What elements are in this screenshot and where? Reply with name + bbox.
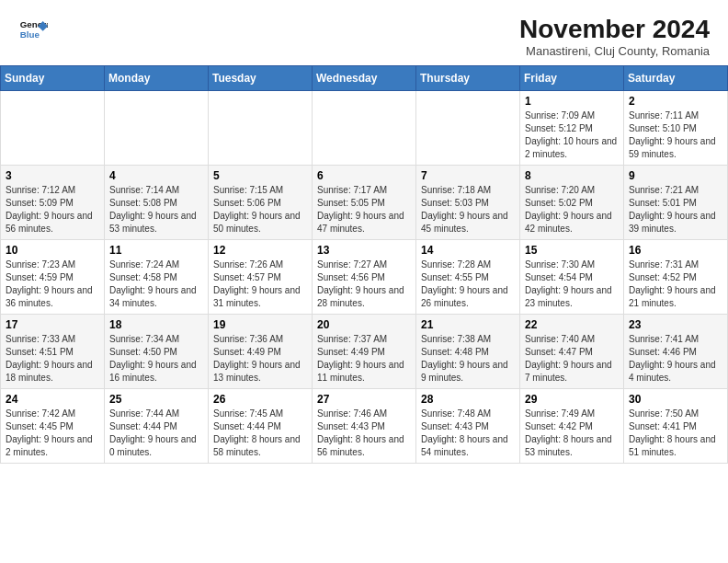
calendar-cell: 30Sunrise: 7:50 AM Sunset: 4:41 PM Dayli… xyxy=(624,389,728,464)
day-info: Sunrise: 7:24 AM Sunset: 4:58 PM Dayligh… xyxy=(109,259,203,310)
calendar-cell xyxy=(209,91,313,166)
day-number: 3 xyxy=(6,169,99,182)
day-number: 28 xyxy=(421,393,515,406)
calendar-cell: 3Sunrise: 7:12 AM Sunset: 5:09 PM Daylig… xyxy=(1,166,105,240)
day-info: Sunrise: 7:38 AM Sunset: 4:48 PM Dayligh… xyxy=(421,333,515,385)
day-number: 2 xyxy=(629,95,722,108)
day-info: Sunrise: 7:30 AM Sunset: 4:54 PM Dayligh… xyxy=(525,259,619,310)
day-info: Sunrise: 7:20 AM Sunset: 5:02 PM Dayligh… xyxy=(525,184,619,236)
day-info: Sunrise: 7:42 AM Sunset: 4:45 PM Dayligh… xyxy=(6,408,99,459)
day-number: 25 xyxy=(109,393,203,406)
day-info: Sunrise: 7:09 AM Sunset: 5:12 PM Dayligh… xyxy=(525,109,619,161)
calendar-cell: 17Sunrise: 7:33 AM Sunset: 4:51 PM Dayli… xyxy=(1,315,105,389)
day-number: 11 xyxy=(109,244,203,257)
day-info: Sunrise: 7:15 AM Sunset: 5:06 PM Dayligh… xyxy=(213,184,307,236)
calendar-cell xyxy=(1,91,105,166)
day-number: 20 xyxy=(317,318,411,331)
day-info: Sunrise: 7:26 AM Sunset: 4:57 PM Dayligh… xyxy=(213,259,307,310)
calendar-cell: 2Sunrise: 7:11 AM Sunset: 5:10 PM Daylig… xyxy=(624,91,728,166)
calendar-cell: 24Sunrise: 7:42 AM Sunset: 4:45 PM Dayli… xyxy=(1,389,105,464)
day-number: 17 xyxy=(6,318,99,331)
calendar-cell: 23Sunrise: 7:41 AM Sunset: 4:46 PM Dayli… xyxy=(624,315,728,389)
weekday-header: Wednesday xyxy=(313,66,416,91)
day-number: 18 xyxy=(109,318,203,331)
day-info: Sunrise: 7:46 AM Sunset: 4:43 PM Dayligh… xyxy=(317,408,411,459)
day-number: 7 xyxy=(421,169,515,182)
calendar-week-row: 3Sunrise: 7:12 AM Sunset: 5:09 PM Daylig… xyxy=(1,166,728,240)
day-number: 9 xyxy=(629,169,722,182)
calendar-cell: 12Sunrise: 7:26 AM Sunset: 4:57 PM Dayli… xyxy=(209,240,313,315)
day-number: 14 xyxy=(421,244,515,257)
calendar-week-row: 24Sunrise: 7:42 AM Sunset: 4:45 PM Dayli… xyxy=(1,389,728,464)
calendar-cell: 27Sunrise: 7:46 AM Sunset: 4:43 PM Dayli… xyxy=(313,389,416,464)
day-number: 8 xyxy=(525,169,619,182)
calendar-week-row: 10Sunrise: 7:23 AM Sunset: 4:59 PM Dayli… xyxy=(1,240,728,315)
day-number: 12 xyxy=(213,244,307,257)
day-number: 27 xyxy=(317,393,411,406)
day-info: Sunrise: 7:34 AM Sunset: 4:50 PM Dayligh… xyxy=(109,333,203,385)
calendar-cell: 14Sunrise: 7:28 AM Sunset: 4:55 PM Dayli… xyxy=(416,240,520,315)
day-number: 10 xyxy=(6,244,99,257)
calendar-cell: 26Sunrise: 7:45 AM Sunset: 4:44 PM Dayli… xyxy=(209,389,313,464)
calendar-cell: 16Sunrise: 7:31 AM Sunset: 4:52 PM Dayli… xyxy=(624,240,728,315)
day-info: Sunrise: 7:21 AM Sunset: 5:01 PM Dayligh… xyxy=(629,184,722,236)
day-info: Sunrise: 7:37 AM Sunset: 4:49 PM Dayligh… xyxy=(317,333,411,385)
calendar-cell: 18Sunrise: 7:34 AM Sunset: 4:50 PM Dayli… xyxy=(105,315,209,389)
weekday-header: Sunday xyxy=(1,66,105,91)
day-number: 29 xyxy=(525,393,619,406)
weekday-header: Saturday xyxy=(624,66,728,91)
day-info: Sunrise: 7:41 AM Sunset: 4:46 PM Dayligh… xyxy=(629,333,722,385)
day-number: 22 xyxy=(525,318,619,331)
day-number: 21 xyxy=(421,318,515,331)
day-number: 30 xyxy=(629,393,722,406)
calendar-cell: 20Sunrise: 7:37 AM Sunset: 4:49 PM Dayli… xyxy=(313,315,416,389)
day-number: 16 xyxy=(629,244,722,257)
day-info: Sunrise: 7:11 AM Sunset: 5:10 PM Dayligh… xyxy=(629,109,722,161)
calendar-cell xyxy=(416,91,520,166)
calendar-week-row: 1Sunrise: 7:09 AM Sunset: 5:12 PM Daylig… xyxy=(1,91,728,166)
day-info: Sunrise: 7:45 AM Sunset: 4:44 PM Dayligh… xyxy=(213,408,307,459)
day-info: Sunrise: 7:33 AM Sunset: 4:51 PM Dayligh… xyxy=(6,333,99,385)
svg-text:Blue: Blue xyxy=(20,29,40,40)
day-info: Sunrise: 7:49 AM Sunset: 4:42 PM Dayligh… xyxy=(525,408,619,459)
day-number: 1 xyxy=(525,95,619,108)
calendar-cell: 29Sunrise: 7:49 AM Sunset: 4:42 PM Dayli… xyxy=(520,389,624,464)
weekday-header-row: SundayMondayTuesdayWednesdayThursdayFrid… xyxy=(1,66,728,91)
calendar-table: SundayMondayTuesdayWednesdayThursdayFrid… xyxy=(0,65,728,464)
day-info: Sunrise: 7:27 AM Sunset: 4:56 PM Dayligh… xyxy=(317,259,411,310)
day-number: 19 xyxy=(213,318,307,331)
calendar-cell: 21Sunrise: 7:38 AM Sunset: 4:48 PM Dayli… xyxy=(416,315,520,389)
day-number: 26 xyxy=(213,393,307,406)
calendar-cell: 25Sunrise: 7:44 AM Sunset: 4:44 PM Dayli… xyxy=(105,389,209,464)
day-info: Sunrise: 7:36 AM Sunset: 4:49 PM Dayligh… xyxy=(213,333,307,385)
weekday-header: Tuesday xyxy=(209,66,313,91)
calendar-cell: 4Sunrise: 7:14 AM Sunset: 5:08 PM Daylig… xyxy=(105,166,209,240)
calendar-cell: 28Sunrise: 7:48 AM Sunset: 4:43 PM Dayli… xyxy=(416,389,520,464)
calendar-cell: 19Sunrise: 7:36 AM Sunset: 4:49 PM Dayli… xyxy=(209,315,313,389)
calendar-cell: 1Sunrise: 7:09 AM Sunset: 5:12 PM Daylig… xyxy=(520,91,624,166)
day-number: 4 xyxy=(109,169,203,182)
day-info: Sunrise: 7:23 AM Sunset: 4:59 PM Dayligh… xyxy=(6,259,99,310)
calendar-cell: 6Sunrise: 7:17 AM Sunset: 5:05 PM Daylig… xyxy=(313,166,416,240)
day-info: Sunrise: 7:14 AM Sunset: 5:08 PM Dayligh… xyxy=(109,184,203,236)
day-info: Sunrise: 7:40 AM Sunset: 4:47 PM Dayligh… xyxy=(525,333,619,385)
day-number: 15 xyxy=(525,244,619,257)
page-title: November 2024 xyxy=(519,15,710,44)
calendar-cell: 13Sunrise: 7:27 AM Sunset: 4:56 PM Dayli… xyxy=(313,240,416,315)
weekday-header: Friday xyxy=(520,66,624,91)
calendar-cell xyxy=(105,91,209,166)
page-subtitle: Manastireni, Cluj County, Romania xyxy=(519,44,710,58)
day-info: Sunrise: 7:50 AM Sunset: 4:41 PM Dayligh… xyxy=(629,408,722,459)
title-block: November 2024 Manastireni, Cluj County, … xyxy=(519,15,710,58)
day-number: 6 xyxy=(317,169,411,182)
calendar-week-row: 17Sunrise: 7:33 AM Sunset: 4:51 PM Dayli… xyxy=(1,315,728,389)
day-number: 5 xyxy=(213,169,307,182)
calendar-cell: 11Sunrise: 7:24 AM Sunset: 4:58 PM Dayli… xyxy=(105,240,209,315)
calendar-cell: 8Sunrise: 7:20 AM Sunset: 5:02 PM Daylig… xyxy=(520,166,624,240)
calendar-cell: 5Sunrise: 7:15 AM Sunset: 5:06 PM Daylig… xyxy=(209,166,313,240)
day-info: Sunrise: 7:44 AM Sunset: 4:44 PM Dayligh… xyxy=(109,408,203,459)
calendar-cell: 15Sunrise: 7:30 AM Sunset: 4:54 PM Dayli… xyxy=(520,240,624,315)
day-number: 23 xyxy=(629,318,722,331)
logo-icon: General Blue xyxy=(18,15,48,44)
weekday-header: Thursday xyxy=(416,66,520,91)
